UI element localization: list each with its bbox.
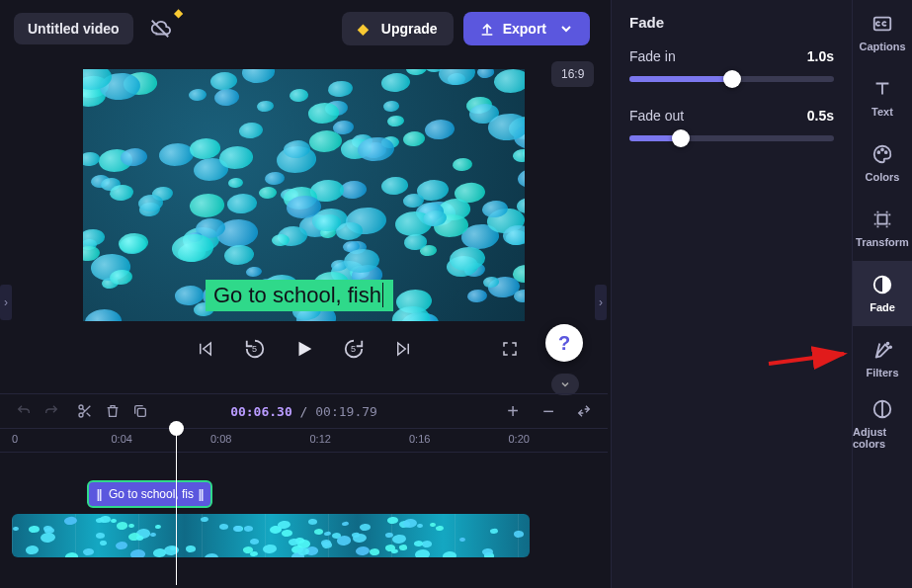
video-clip[interactable]: [12, 514, 530, 557]
svg-rect-8: [877, 214, 886, 223]
caption-overlay-text: Go to school, fish: [213, 283, 383, 307]
clip-handle-icon[interactable]: ||: [95, 487, 103, 501]
rewind-5-button[interactable]: 5: [240, 334, 270, 364]
rail-item-label: Filters: [866, 367, 898, 378]
adjust-icon: [871, 398, 893, 420]
svg-point-6: [881, 149, 883, 151]
slider-thumb[interactable]: [723, 70, 741, 88]
fade-in-value: 1.0s: [807, 48, 834, 64]
split-button[interactable]: [71, 397, 99, 425]
duplicate-button[interactable]: [126, 397, 154, 425]
caption-clip[interactable]: || Go to school, fis ||: [87, 480, 212, 508]
rail-item-fade[interactable]: Fade: [853, 261, 912, 326]
upgrade-button[interactable]: ◆ Upgrade: [342, 12, 454, 45]
transport-controls: 5 5: [83, 334, 525, 364]
fade-in-label: Fade in: [629, 48, 676, 64]
collapse-preview-button[interactable]: [551, 374, 579, 395]
fade-out-slider[interactable]: [629, 135, 834, 141]
rail-item-label: Text: [871, 106, 893, 118]
left-panel-toggle[interactable]: ›: [0, 285, 12, 320]
skip-start-button[interactable]: [191, 334, 220, 364]
rail-item-captions[interactable]: Captions: [853, 0, 912, 65]
fade-icon: [871, 274, 893, 295]
rewind-value: 5: [252, 344, 257, 354]
upgrade-label: Upgrade: [381, 21, 438, 37]
svg-point-2: [79, 413, 83, 417]
forward-value: 5: [351, 344, 356, 354]
transform-icon: [871, 209, 893, 230]
sync-off-icon[interactable]: ◆: [143, 12, 177, 45]
rail-item-colors[interactable]: Colors: [853, 130, 912, 196]
text-icon: [871, 78, 893, 100]
export-label: Export: [503, 21, 546, 37]
rail-item-adjust[interactable]: Adjust colors: [853, 391, 912, 457]
chevron-down-icon: [559, 378, 571, 390]
upload-icon: [479, 21, 495, 37]
diamond-badge-icon: ◆: [174, 6, 183, 20]
rail-item-text[interactable]: Text: [853, 65, 912, 130]
duration-text: 00:19.79: [315, 404, 377, 419]
panel-title: Fade: [629, 14, 834, 31]
diamond-icon: ◆: [358, 21, 373, 37]
current-time-text: 00:06.30: [230, 404, 292, 419]
forward-5-button[interactable]: 5: [339, 334, 369, 364]
fade-out-value: 0.5s: [807, 108, 834, 124]
fit-timeline-button[interactable]: [570, 397, 598, 425]
fade-out-label: Fade out: [629, 108, 684, 124]
palette-icon: [871, 143, 893, 165]
zoom-out-button[interactable]: −: [535, 397, 562, 425]
timecode-display: 00:06.30 / 00:19.79: [230, 404, 377, 419]
caption-clip-label: Go to school, fis: [109, 487, 194, 501]
svg-rect-3: [137, 408, 145, 416]
ruler-tick: 0:20: [509, 429, 609, 452]
skip-end-button[interactable]: [388, 334, 418, 364]
playhead[interactable]: [176, 427, 177, 585]
svg-point-7: [885, 151, 887, 153]
svg-point-5: [877, 151, 879, 153]
properties-panel: Fade Fade in 1.0s Fade out 0.5s: [611, 0, 852, 588]
filters-icon: [871, 339, 893, 361]
right-panel-toggle[interactable]: ›: [595, 285, 607, 320]
preview-canvas[interactable]: // we'll draw fish via script below; pla…: [83, 69, 525, 321]
timeline-ruler[interactable]: 0 0:04 0:08 0:12 0:16 0:20: [0, 429, 608, 453]
aspect-ratio-button[interactable]: 16:9: [551, 61, 594, 87]
svg-point-1: [79, 405, 83, 409]
cc-icon: [871, 13, 893, 35]
ruler-tick: 0:04: [112, 429, 211, 452]
rail-item-label: Colors: [866, 171, 900, 183]
ruler-tick: 0: [12, 429, 112, 452]
fullscreen-button[interactable]: [495, 334, 525, 364]
caption-overlay[interactable]: Go to school, fish: [206, 280, 393, 311]
project-title[interactable]: Untitled video: [14, 13, 133, 44]
rail-item-label: Adjust colors: [853, 426, 912, 450]
play-button[interactable]: [290, 334, 319, 364]
rail-item-filters[interactable]: Filters: [853, 326, 912, 391]
svg-point-10: [887, 343, 889, 345]
help-button[interactable]: ?: [545, 324, 583, 362]
right-rail: CaptionsTextColorsTransformFadeFiltersAd…: [852, 0, 912, 588]
fade-in-slider[interactable]: [629, 76, 834, 82]
svg-point-11: [889, 346, 891, 348]
clip-handle-icon[interactable]: ||: [197, 487, 205, 501]
export-button[interactable]: Export: [463, 12, 590, 45]
slider-thumb[interactable]: [672, 129, 690, 147]
ruler-tick: 0:16: [409, 429, 509, 452]
redo-button[interactable]: [38, 397, 65, 425]
rail-item-transform[interactable]: Transform: [853, 196, 912, 261]
rail-item-label: Captions: [859, 41, 905, 52]
timeline-toolbar: 00:06.30 / 00:19.79 + −: [0, 393, 608, 429]
rail-item-label: Fade: [870, 301, 895, 313]
ruler-tick: 0:08: [210, 429, 310, 452]
chevron-down-icon: [558, 21, 574, 37]
ruler-tick: 0:12: [310, 429, 410, 452]
delete-button[interactable]: [99, 397, 126, 425]
add-track-button[interactable]: +: [499, 397, 527, 425]
undo-button[interactable]: [10, 397, 38, 425]
rail-item-label: Transform: [856, 236, 909, 248]
